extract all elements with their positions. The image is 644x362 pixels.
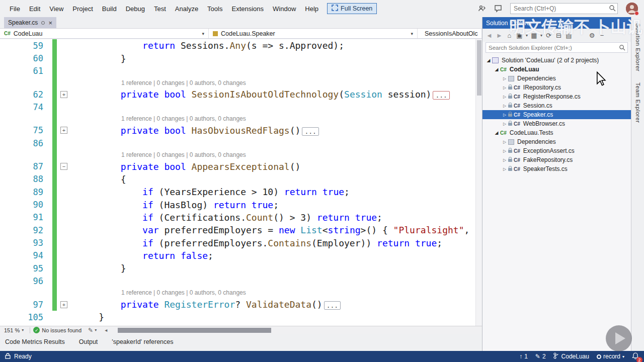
code-text[interactable]: } bbox=[71, 53, 482, 64]
code-text[interactable]: } bbox=[71, 312, 482, 322]
outgoing-commits[interactable]: ↑ 1 bbox=[519, 353, 528, 360]
solution-explorer-header[interactable]: Solution Explorer bbox=[482, 17, 631, 29]
switch-views-icon[interactable]: ▦ bbox=[529, 31, 539, 40]
chevron-down-icon[interactable]: ▾ bbox=[539, 31, 543, 40]
panel-tab[interactable]: Code Metrics Results bbox=[5, 338, 65, 346]
document-tab[interactable]: Speaker.cs × bbox=[4, 17, 56, 28]
code-text[interactable]: var preferredEmployers = new List<string… bbox=[71, 225, 482, 235]
menu-test[interactable]: Test bbox=[149, 3, 171, 15]
panel-tab[interactable]: 'speakerId' references bbox=[112, 338, 173, 346]
expanded-icon[interactable]: ◢ bbox=[485, 58, 492, 63]
menu-project[interactable]: Project bbox=[68, 3, 97, 15]
pin-icon[interactable] bbox=[41, 21, 45, 25]
branch-picker[interactable]: record ▾ bbox=[597, 353, 624, 360]
breadcrumb-dropdown[interactable]: SessionIsAboutOlc bbox=[418, 29, 482, 38]
menu-view[interactable]: View bbox=[45, 3, 68, 15]
side-tab[interactable]: Solution Explorer bbox=[635, 17, 641, 76]
code-text[interactable]: if (HasBlog) return true; bbox=[71, 200, 482, 210]
menu-analyze[interactable]: Analyze bbox=[171, 3, 203, 15]
scroll-left-icon[interactable]: ◂ bbox=[105, 327, 107, 333]
tree-item[interactable]: ◢C#CodeLuau.Tests bbox=[482, 128, 631, 137]
chevron-down-icon[interactable]: ▾ bbox=[525, 31, 529, 40]
code-text[interactable]: return false; bbox=[71, 250, 482, 261]
notifications-button[interactable]: 2 bbox=[632, 352, 639, 361]
close-icon[interactable]: × bbox=[48, 20, 52, 26]
collapsed-region[interactable]: ... bbox=[302, 127, 318, 136]
home-icon[interactable]: ⌂ bbox=[505, 31, 514, 40]
collapsed-icon[interactable]: ▷ bbox=[501, 95, 508, 99]
collapsed-icon[interactable]: ▷ bbox=[501, 122, 508, 126]
collapsed-icon[interactable]: ▷ bbox=[501, 104, 508, 108]
repository-picker[interactable]: CodeLuau bbox=[553, 352, 589, 360]
full-screen-button[interactable]: Full Screen bbox=[327, 3, 377, 14]
tree-item[interactable]: ▷C#Session.cs bbox=[482, 101, 631, 110]
fold-toggle[interactable]: + bbox=[60, 301, 67, 308]
tree-item[interactable]: ▷Dependencies bbox=[482, 74, 631, 83]
menu-tools[interactable]: Tools bbox=[203, 3, 227, 15]
horizontal-scrollbar[interactable] bbox=[110, 326, 475, 334]
menu-extensions[interactable]: Extensions bbox=[227, 3, 268, 15]
codelens-row[interactable]: 1 reference | 0 changes | 0 authors, 0 c… bbox=[0, 149, 482, 160]
breadcrumb-dropdown[interactable]: CodeLuau.Speaker▾ bbox=[209, 29, 418, 38]
scope-icon[interactable]: ▣ bbox=[515, 31, 524, 40]
code-text[interactable]: private bool SessionIsAboutOldTechnology… bbox=[71, 89, 482, 100]
panel-tab[interactable]: Output bbox=[79, 338, 98, 346]
collapsed-icon[interactable]: ▷ bbox=[501, 85, 508, 90]
horizontal-scrollbar-thumb[interactable] bbox=[118, 328, 271, 333]
collapsed-region[interactable]: ... bbox=[433, 91, 449, 100]
collapsed-icon[interactable]: ▷ bbox=[501, 158, 508, 162]
forward-icon[interactable]: ► bbox=[495, 31, 504, 40]
menu-edit[interactable]: Edit bbox=[25, 3, 45, 15]
tree-item[interactable]: ▷C#FakeRepository.cs bbox=[482, 155, 631, 164]
menu-help[interactable]: Help bbox=[300, 3, 323, 15]
tree-item[interactable]: ▷C#RegisterResponse.cs bbox=[482, 92, 631, 101]
code-text[interactable]: } bbox=[71, 263, 482, 274]
vertical-scrollbar[interactable] bbox=[475, 39, 482, 326]
menu-window[interactable]: Window bbox=[268, 3, 300, 15]
code-text[interactable]: if (YearsExperience > 10) return true; bbox=[71, 187, 482, 197]
record-overlay-button[interactable] bbox=[606, 325, 632, 351]
tree-item[interactable]: ▷C#IRepository.cs bbox=[482, 83, 631, 92]
collapse-all-icon[interactable]: ⊟ bbox=[554, 31, 564, 40]
tree-item[interactable]: ▷Dependencies bbox=[482, 137, 631, 146]
codelens-row[interactable]: 1 reference | 0 changes | 0 authors, 0 c… bbox=[0, 114, 482, 124]
code-text[interactable]: if (preferredEmployers.Contains(Employer… bbox=[71, 238, 482, 248]
account-avatar[interactable] bbox=[626, 3, 638, 15]
expanded-icon[interactable]: ◢ bbox=[493, 130, 500, 135]
menu-debug[interactable]: Debug bbox=[121, 3, 149, 15]
code-text[interactable]: { bbox=[71, 174, 482, 185]
code-text[interactable]: private bool HasObviousRedFlags()... bbox=[71, 125, 482, 136]
code-text[interactable]: if (Certifications.Count() > 3) return t… bbox=[71, 212, 482, 223]
menu-build[interactable]: Build bbox=[98, 3, 121, 15]
code-text[interactable]: return Sessions.Any(s => s.Approved); bbox=[71, 40, 482, 51]
solution-search-input[interactable] bbox=[486, 42, 628, 53]
issues-status[interactable]: No issues found bbox=[42, 327, 82, 333]
sync-icon[interactable]: ⟳ bbox=[544, 31, 553, 40]
live-share-icon[interactable] bbox=[478, 5, 486, 13]
back-icon[interactable]: ◄ bbox=[485, 31, 494, 40]
codelens-row[interactable]: 1 reference | 0 changes | 0 authors, 0 c… bbox=[0, 288, 482, 298]
codelens-row[interactable]: 1 reference | 0 changes | 0 authors, 0 c… bbox=[0, 77, 482, 88]
tree-item[interactable]: ▷C#SpeakerTests.cs bbox=[482, 164, 631, 173]
wrench-icon[interactable]: ⚙ bbox=[587, 31, 597, 40]
feedback-icon[interactable] bbox=[494, 5, 502, 13]
search-input[interactable] bbox=[510, 3, 618, 14]
minimize-icon[interactable]: − bbox=[597, 31, 607, 40]
pending-edits[interactable]: ✎ 2 bbox=[535, 353, 546, 360]
breadcrumb-dropdown[interactable]: C#CodeLuau▾ bbox=[0, 29, 209, 38]
fold-toggle[interactable]: + bbox=[60, 91, 67, 98]
fold-toggle[interactable]: + bbox=[60, 127, 67, 134]
vertical-scrollbar-thumb[interactable] bbox=[477, 40, 481, 96]
tree-item[interactable]: ▷C#WebBrowser.cs bbox=[482, 119, 631, 128]
collapsed-icon[interactable]: ▷ bbox=[501, 113, 508, 117]
zoom-level[interactable]: 151 % bbox=[0, 327, 22, 333]
show-all-files-icon[interactable]: ▤ bbox=[564, 31, 574, 40]
collapsed-icon[interactable]: ▷ bbox=[501, 76, 508, 81]
tree-item[interactable]: ◢Solution 'CodeLuau' (2 of 2 projects) bbox=[482, 56, 631, 65]
menu-file[interactable]: File bbox=[5, 3, 25, 15]
collapsed-icon[interactable]: ▷ bbox=[501, 167, 508, 171]
fold-toggle[interactable]: − bbox=[60, 163, 67, 170]
code-text[interactable]: private RegisterError? ValidateData()... bbox=[71, 299, 482, 310]
tree-item[interactable]: ▷C#ExceptionAssert.cs bbox=[482, 146, 631, 155]
tree-item[interactable]: ▷C#Speaker.cs bbox=[482, 110, 631, 119]
